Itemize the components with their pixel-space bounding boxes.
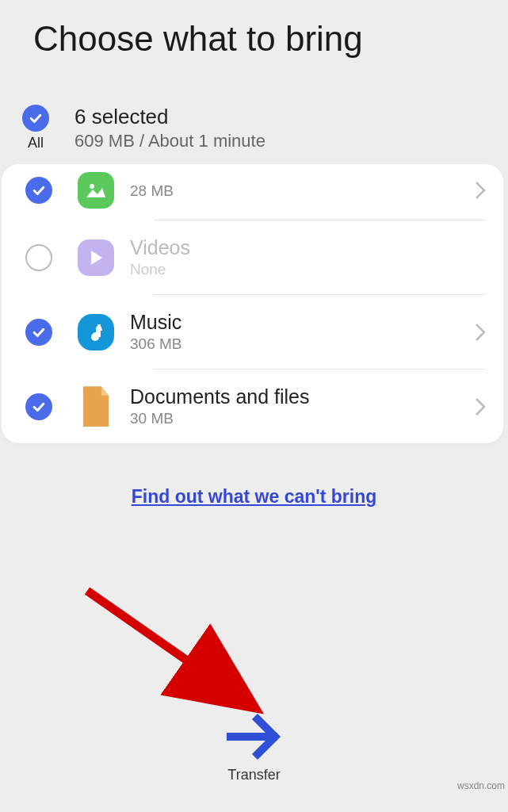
select-all-label: All <box>28 135 44 151</box>
item-videos-size: None <box>130 261 486 278</box>
selected-count: 6 selected <box>74 105 265 129</box>
item-documents-checkbox[interactable] <box>25 393 52 420</box>
arrow-right-icon <box>226 713 283 760</box>
item-images-checkbox[interactable] <box>25 177 52 204</box>
select-all-control[interactable]: All <box>22 105 49 151</box>
video-icon <box>78 239 114 276</box>
check-icon <box>31 399 47 415</box>
selection-summary: All 6 selected 609 MB / About 1 minute <box>0 67 508 159</box>
check-icon <box>31 324 47 340</box>
item-videos-title: Videos <box>130 236 486 259</box>
item-music-size: 306 MB <box>130 335 475 353</box>
page-title: Choose what to bring <box>0 0 508 67</box>
item-videos[interactable]: Videos None <box>2 220 503 294</box>
annotation-arrow <box>79 583 285 726</box>
svg-line-4 <box>87 591 250 704</box>
select-all-checkbox[interactable] <box>22 105 49 132</box>
item-videos-checkbox[interactable] <box>25 244 52 271</box>
document-icon <box>78 389 114 425</box>
item-images[interactable]: 28 MB <box>2 164 503 220</box>
image-icon <box>78 172 114 209</box>
item-documents-title: Documents and files <box>130 385 475 408</box>
items-card: 28 MB Videos None Music 306 MB <box>2 164 503 443</box>
item-music[interactable]: Music 306 MB <box>2 295 503 369</box>
item-music-checkbox[interactable] <box>25 319 52 346</box>
chevron-right-icon <box>475 323 486 342</box>
item-documents-size: 30 MB <box>130 410 475 427</box>
transfer-label: Transfer <box>227 767 280 783</box>
item-documents[interactable]: Documents and files 30 MB <box>2 370 503 443</box>
chevron-right-icon <box>475 397 486 416</box>
info-link[interactable]: Find out what we can't bring <box>0 486 508 508</box>
check-icon <box>31 182 47 198</box>
music-icon <box>78 314 114 350</box>
chevron-right-icon <box>475 181 486 200</box>
item-images-size: 28 MB <box>130 182 475 200</box>
item-music-title: Music <box>130 311 475 334</box>
svg-point-1 <box>90 184 94 189</box>
check-icon <box>28 110 44 126</box>
transfer-button[interactable]: Transfer <box>0 713 508 783</box>
watermark: wsxdn.com <box>457 780 505 791</box>
selected-size: 609 MB / About 1 minute <box>74 131 265 151</box>
